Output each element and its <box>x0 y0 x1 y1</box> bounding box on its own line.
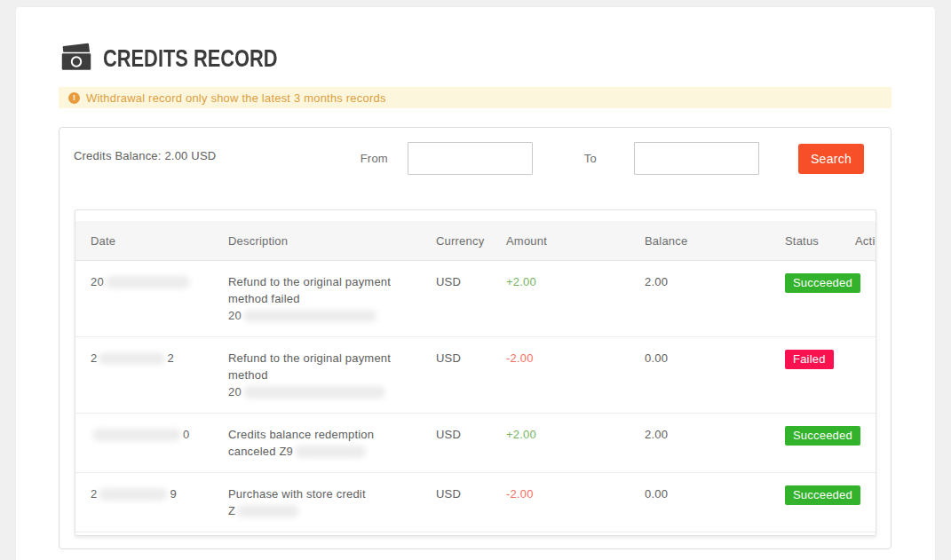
credits-money-icon <box>59 43 94 75</box>
description-cell: Credits balance redemptioncanceled Z9 <box>228 414 436 472</box>
to-label: To <box>584 152 597 165</box>
redacted-blur <box>106 276 190 288</box>
amount-cell: +2.00 <box>506 532 645 536</box>
credits-balance-label: Credits Balance: 2.00 USD <box>74 142 216 162</box>
date-cell: 22 <box>91 337 228 379</box>
amount-cell: -2.00 <box>506 337 645 379</box>
column-header-description: Description <box>228 234 436 248</box>
redacted-blur <box>99 488 168 501</box>
currency-cell: USD <box>436 414 506 455</box>
table-row: 29Purchase with store creditZUSD-2.000.0… <box>75 473 876 532</box>
currency-cell: USD <box>436 532 506 536</box>
amount-cell: -2.00 <box>506 473 645 515</box>
description-cell: Refund from purchase order <box>228 532 436 536</box>
filter-row: Credits Balance: 2.00 USD From To Search <box>59 128 891 209</box>
currency-cell: USD <box>436 261 506 303</box>
balance-cell: 2.00 <box>645 532 785 536</box>
description-cell: Purchase with store creditZ <box>228 473 436 532</box>
column-header-date: Date <box>91 234 228 248</box>
balance-cell: 0.00 <box>645 473 785 515</box>
description-line: Refund to the original payment <box>228 273 427 290</box>
notice-banner: ! Withdrawal record only show the latest… <box>59 87 892 108</box>
description-line: Z <box>228 502 427 519</box>
notice-text: Withdrawal record only show the latest 3… <box>86 91 386 105</box>
info-icon: ! <box>68 92 80 104</box>
date-cell: 29 <box>91 473 228 515</box>
status-badge: Failed <box>785 350 834 369</box>
status-cell: Succeeded <box>785 473 855 517</box>
status-cell: Succeeded <box>785 414 855 458</box>
balance-cell: 2.00 <box>645 414 785 455</box>
column-header-currency: Currency <box>436 234 506 248</box>
table-row: 2028Refund from purchase orderUSD+2.002.… <box>75 532 876 536</box>
date-cell: 2028 <box>91 532 228 536</box>
action-cell <box>855 414 876 438</box>
column-header-balance: Balance <box>645 234 785 248</box>
from-date-input[interactable] <box>408 142 533 175</box>
page-header: CREDITS RECORD <box>59 43 908 75</box>
table-row: 0Credits balance redemptioncanceled Z9US… <box>75 414 876 473</box>
action-cell <box>855 473 876 498</box>
description-line: method <box>228 367 427 383</box>
page-title: CREDITS RECORD <box>103 44 278 73</box>
action-cell <box>855 261 876 286</box>
to-date-input[interactable] <box>634 142 759 175</box>
redacted-blur <box>243 386 385 398</box>
status-cell: Succeeded <box>785 532 855 536</box>
date-cell: 0 <box>91 414 228 455</box>
redacted-blur <box>295 446 366 458</box>
content-card: CREDITS RECORD ! Withdrawal record only … <box>16 7 935 560</box>
status-cell: Failed <box>785 337 855 382</box>
column-header-action: Action <box>855 234 876 248</box>
records-table: DateDescriptionCurrencyAmountBalanceStat… <box>75 209 876 536</box>
redacted-blur <box>237 505 299 517</box>
filter-controls: From To Search <box>361 142 864 175</box>
balance-cell: 0.00 <box>645 337 785 379</box>
status-badge: Succeeded <box>785 426 860 446</box>
description-line: 20 <box>228 383 427 400</box>
description-line: Credits balance redemption <box>228 426 427 443</box>
amount-cell: +2.00 <box>506 261 645 303</box>
redacted-blur <box>243 310 376 322</box>
table-row: 22Refund to the original paymentmethod20… <box>75 337 876 414</box>
status-cell: Succeeded <box>785 261 855 305</box>
records-panel: Credits Balance: 2.00 USD From To Search… <box>59 127 892 549</box>
redacted-blur <box>99 352 165 365</box>
status-badge: Succeeded <box>785 273 860 293</box>
description-cell: Refund to the original paymentmethod fai… <box>228 261 436 336</box>
table-header-row: DateDescriptionCurrencyAmountBalanceStat… <box>75 221 876 261</box>
action-cell <box>855 337 876 362</box>
column-header-amount: Amount <box>506 234 645 248</box>
amount-cell: +2.00 <box>506 414 645 455</box>
description-line: canceled Z9 <box>228 443 427 460</box>
redacted-blur <box>92 429 181 441</box>
currency-cell: USD <box>436 473 506 515</box>
status-badge: Succeeded <box>785 485 860 505</box>
description-line: Purchase with store credit <box>228 485 427 502</box>
table-body: 20Refund to the original paymentmethod f… <box>75 261 876 536</box>
search-button[interactable]: Search <box>798 144 864 174</box>
description-line: method failed <box>228 290 427 307</box>
balance-cell: 2.00 <box>645 261 785 303</box>
description-line: Refund to the original payment <box>228 350 427 367</box>
table-row: 20Refund to the original paymentmethod f… <box>75 261 876 337</box>
date-cell: 20 <box>91 261 228 303</box>
column-header-status: Status <box>785 234 855 248</box>
currency-cell: USD <box>436 337 506 379</box>
description-cell: Refund to the original paymentmethod20 <box>228 337 436 413</box>
description-line: 20 <box>228 307 427 324</box>
action-cell <box>855 532 876 536</box>
from-label: From <box>361 152 388 165</box>
